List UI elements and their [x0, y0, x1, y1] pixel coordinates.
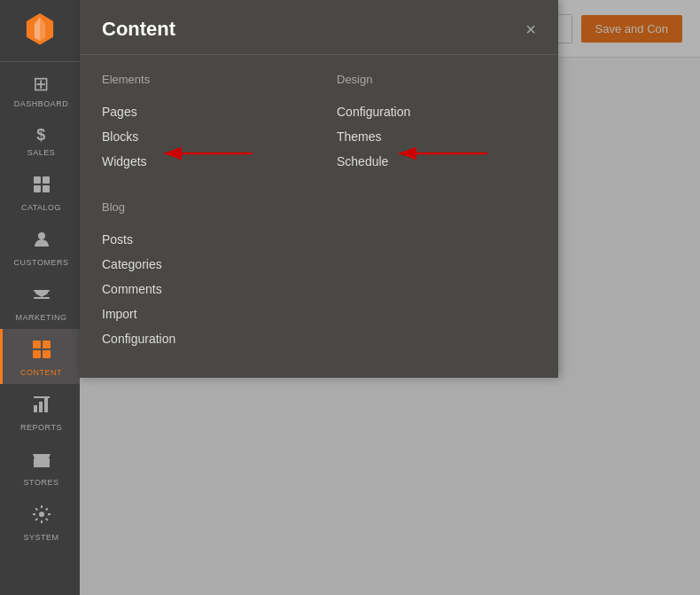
menu-item-schedule[interactable]: Schedule — [337, 149, 536, 174]
sidebar-item-label: DASHBOARD — [14, 99, 69, 108]
svg-rect-19 — [38, 461, 45, 467]
svg-point-20 — [39, 512, 44, 517]
menu-item-widgets[interactable]: Widgets — [102, 149, 301, 174]
sidebar-logo — [0, 0, 80, 62]
svg-point-7 — [38, 232, 45, 239]
svg-rect-14 — [34, 405, 37, 412]
sidebar-item-content[interactable]: CONTENT — [0, 329, 80, 384]
svg-rect-8 — [34, 290, 50, 292]
sidebar-item-label: SYSTEM — [23, 533, 58, 542]
svg-rect-12 — [33, 350, 41, 358]
elements-section-title: Elements — [102, 73, 301, 86]
sidebar-item-label: CUSTOMERS — [14, 258, 69, 267]
menu-item-blocks[interactable]: Blocks — [102, 124, 301, 149]
svg-rect-11 — [43, 341, 51, 348]
sidebar-item-label: CONTENT — [20, 368, 62, 377]
stores-icon — [32, 450, 51, 474]
design-section-title: Design — [337, 73, 536, 86]
menu-item-import[interactable]: Import — [102, 301, 536, 326]
sidebar-item-stores[interactable]: STORES — [0, 439, 80, 494]
sidebar-item-marketing[interactable]: MARKETING — [0, 274, 80, 329]
content-icon — [32, 340, 51, 364]
svg-rect-5 — [34, 185, 41, 192]
catalog-icon — [32, 175, 51, 200]
svg-rect-4 — [43, 176, 50, 184]
svg-rect-13 — [43, 350, 51, 358]
sidebar-item-reports[interactable]: REPORTS — [0, 384, 80, 439]
menu-item-themes[interactable]: Themes — [337, 124, 536, 149]
sidebar-item-label: MARKETING — [15, 313, 66, 322]
menu-item-posts[interactable]: Posts — [102, 227, 536, 252]
system-icon — [32, 505, 51, 529]
svg-rect-3 — [34, 176, 41, 184]
design-column: Design Configuration Themes Schedule — [337, 73, 536, 174]
customers-icon — [32, 230, 51, 254]
elements-column: Elements Pages Blocks Widgets — [102, 73, 301, 174]
marketing-icon — [32, 285, 51, 309]
menu-item-comments[interactable]: Comments — [102, 277, 536, 301]
sidebar-item-customers[interactable]: CUSTOMERS — [0, 219, 80, 274]
sidebar-item-label: STORES — [24, 478, 59, 487]
reports-icon — [32, 395, 51, 419]
sidebar-item-sales[interactable]: $ SALES — [0, 115, 80, 164]
menu-item-blog-configuration[interactable]: Configuration — [102, 326, 536, 351]
sidebar-item-dashboard[interactable]: ⊞ DASHBOARD — [0, 62, 80, 115]
dropdown-header: Content × — [80, 0, 558, 55]
sidebar: ⊞ DASHBOARD $ SALES CATALOG CUSTOMERS — [0, 0, 80, 595]
dashboard-icon: ⊞ — [33, 73, 50, 96]
blog-section-title: Blog — [102, 200, 536, 214]
svg-rect-10 — [33, 341, 41, 348]
sidebar-item-label: SALES — [27, 148, 56, 157]
dropdown-title: Content — [102, 18, 175, 41]
sales-icon: $ — [36, 126, 46, 145]
dropdown-body: Elements Pages Blocks Widgets Design Con… — [80, 55, 558, 378]
sidebar-item-catalog[interactable]: CATALOG — [0, 164, 80, 219]
sidebar-item-label: CATALOG — [21, 203, 61, 212]
close-button[interactable]: × — [525, 20, 536, 38]
sidebar-item-system[interactable]: SYSTEM — [0, 494, 80, 549]
svg-rect-6 — [43, 185, 50, 192]
menu-item-pages[interactable]: Pages — [102, 99, 301, 124]
svg-rect-15 — [39, 402, 43, 412]
content-dropdown-panel: Content × Elements Pages Blocks Widgets … — [80, 0, 558, 378]
columns-row: Elements Pages Blocks Widgets Design Con… — [102, 73, 536, 174]
menu-item-configuration[interactable]: Configuration — [337, 99, 536, 124]
svg-rect-17 — [34, 396, 50, 398]
sidebar-item-label: REPORTS — [20, 423, 62, 432]
menu-item-categories[interactable]: Categories — [102, 252, 536, 277]
blog-section: Blog Posts Categories Comments Import Co… — [102, 200, 536, 351]
svg-rect-16 — [44, 398, 48, 412]
svg-rect-9 — [34, 297, 50, 299]
